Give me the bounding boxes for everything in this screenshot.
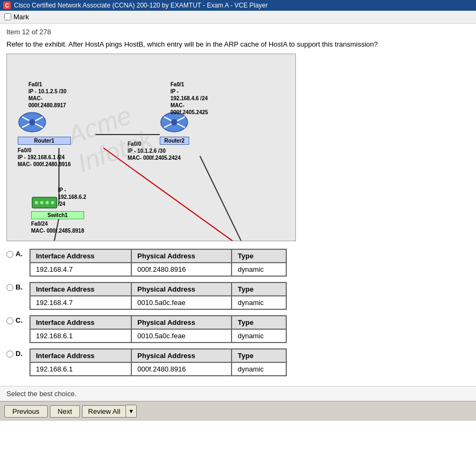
table-cell: dynamic <box>232 329 286 343</box>
bottom-bar: Previous Next Review All ▼ <box>0 401 476 421</box>
radio-A[interactable] <box>6 251 13 258</box>
svg-line-4 <box>200 156 243 241</box>
router2-fa01-label: Fa0/1 IP - 192.168.4.6 /24 MAC- 000f.240… <box>170 81 208 116</box>
options: A.Interface AddressPhysical AddressType1… <box>6 249 470 376</box>
table-cell: 000f.2480.8916 <box>131 263 232 276</box>
router1-fa00-label: Fa0/0 IP - 192.168.6.1 /24 MAC- 000f.248… <box>18 147 71 168</box>
radio-B[interactable] <box>6 284 13 291</box>
switch1-fa024-label: Fa0/24 MAC- 000f.2485.8918 <box>31 220 84 234</box>
option-row-B: B.Interface AddressPhysical AddressType1… <box>6 282 470 310</box>
review-dropdown-button[interactable]: ▼ <box>125 405 137 418</box>
table-cell: 192.168.6.1 <box>30 362 131 376</box>
title-text: Cisco Certified Network Associate (CCNA)… <box>14 2 267 9</box>
review-all-button[interactable]: Review All <box>82 405 125 418</box>
router2-fa00-label: Fa0/0 IP - 10.1.2.6 /30 MAC- 000f.2405.2… <box>128 140 181 161</box>
option-row-C: C.Interface AddressPhysical AddressType1… <box>6 315 470 343</box>
option-row-D: D.Interface AddressPhysical AddressType1… <box>6 348 470 376</box>
answer-table-C: Interface AddressPhysical AddressType192… <box>29 315 287 343</box>
router1-fa01-label: Fa0/1 IP - 10.1.2.5 /30 MAC- 000f.2480.8… <box>28 81 71 109</box>
svg-point-15 <box>40 201 43 204</box>
app-icon: C <box>3 2 11 9</box>
svg-point-12 <box>171 119 177 125</box>
previous-button[interactable]: Previous <box>4 405 48 418</box>
item-info: Item 12 of 278 <box>6 28 470 36</box>
table-cell: dynamic <box>232 263 286 276</box>
option-label-B: B. <box>16 283 26 291</box>
switch1: IP - 192.168.6.2 /24 Switch1 Fa0/24 MAC-… <box>31 196 84 234</box>
option-label-D: D. <box>16 350 26 358</box>
switch1-label: Switch1 <box>31 211 84 219</box>
svg-line-2 <box>103 148 237 241</box>
review-all-container: Review All ▼ <box>82 405 137 418</box>
th-interface-address: Interface Address <box>30 316 131 329</box>
th-interface-address: Interface Address <box>30 349 131 362</box>
th-physical-address: Physical Address <box>131 349 232 362</box>
option-label-A: A. <box>16 250 26 258</box>
diagram-container: Fa0/1 IP - 10.1.2.5 /30 MAC- 000f.2480.8… <box>7 54 296 241</box>
table-cell: 0010.5a0c.feae <box>131 296 232 309</box>
table-cell: 192.168.4.7 <box>30 263 131 276</box>
answer-table-B: Interface AddressPhysical AddressType192… <box>29 282 287 310</box>
title-bar: C Cisco Certified Network Associate (CCN… <box>0 0 476 11</box>
th-physical-address: Physical Address <box>131 316 232 329</box>
svg-point-8 <box>29 119 35 125</box>
svg-point-16 <box>46 201 49 204</box>
switch1-ip-label: IP - 192.168.6.2 /24 <box>58 187 86 207</box>
th-type: Type <box>232 316 286 329</box>
router2: Fa0/1 IP - 192.168.4.6 /24 MAC- 000f.240… <box>160 110 189 145</box>
content: Item 12 of 278 Refer to the exhibit. Aft… <box>0 24 476 386</box>
table-cell: dynamic <box>232 296 286 309</box>
table-cell: dynamic <box>232 362 286 376</box>
svg-point-14 <box>35 201 38 204</box>
answer-table-D: Interface AddressPhysical AddressType192… <box>29 348 287 376</box>
mark-label[interactable]: Mark <box>4 13 472 21</box>
th-type: Type <box>232 249 286 263</box>
radio-C[interactable] <box>6 317 13 324</box>
table-cell: 192.168.4.7 <box>30 296 131 309</box>
select-text: Select the best choice. <box>0 386 476 401</box>
router1: Fa0/1 IP - 10.1.2.5 /30 MAC- 000f.2480.8… <box>18 110 71 168</box>
th-type: Type <box>232 282 286 296</box>
th-physical-address: Physical Address <box>131 282 232 296</box>
th-interface-address: Interface Address <box>30 282 131 296</box>
toolbar: Mark <box>0 11 476 24</box>
answer-table-A: Interface AddressPhysical AddressType192… <box>29 249 287 277</box>
mark-checkbox[interactable] <box>4 13 11 20</box>
svg-point-17 <box>51 201 54 204</box>
router1-label: Router1 <box>18 137 71 145</box>
th-physical-address: Physical Address <box>131 249 232 263</box>
table-cell: 0010.5a0c.feae <box>131 329 232 343</box>
next-button[interactable]: Next <box>50 405 80 418</box>
question-text: Refer to the exhibit. After HostA pings … <box>6 40 470 48</box>
option-label-C: C. <box>16 316 26 324</box>
option-row-A: A.Interface AddressPhysical AddressType1… <box>6 249 470 277</box>
table-cell: 000f.2480.8916 <box>131 362 232 376</box>
th-type: Type <box>232 349 286 362</box>
exhibit: Fa0/1 IP - 10.1.2.5 /30 MAC- 000f.2480.8… <box>6 54 296 241</box>
radio-D[interactable] <box>6 351 13 358</box>
th-interface-address: Interface Address <box>30 249 131 263</box>
table-cell: 192.168.6.1 <box>30 329 131 343</box>
